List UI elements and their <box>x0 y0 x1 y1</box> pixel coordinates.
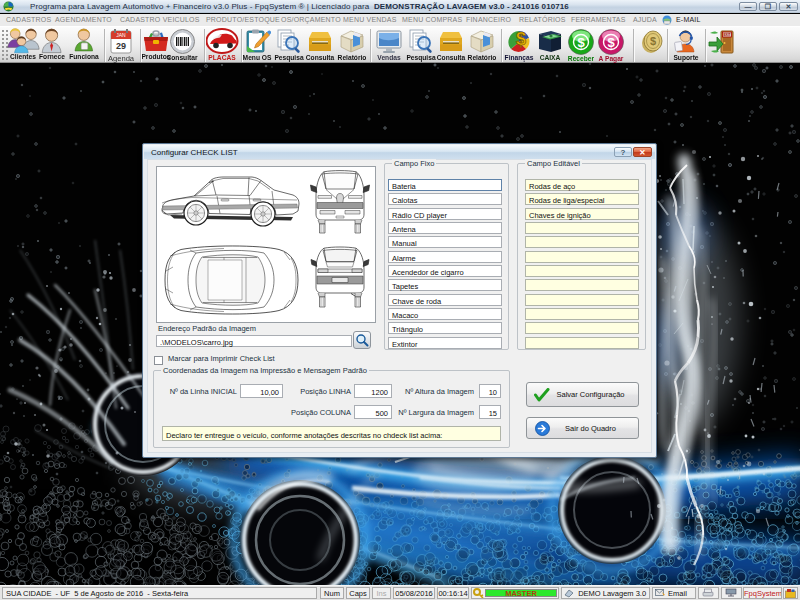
svg-text:$: $ <box>607 35 615 50</box>
svg-text:EXIT: EXIT <box>723 33 730 37</box>
svg-text:$: $ <box>650 35 656 47</box>
svg-text:$: $ <box>516 29 526 49</box>
svg-text:29: 29 <box>116 41 126 51</box>
svg-text:$: $ <box>577 35 585 50</box>
svg-text:JAN: JAN <box>116 32 126 38</box>
